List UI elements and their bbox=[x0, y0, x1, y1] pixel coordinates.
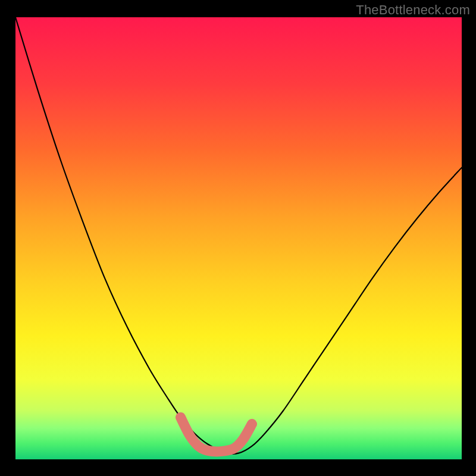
chart-overlay bbox=[15, 17, 462, 459]
plot-area bbox=[15, 17, 462, 459]
bottleneck-curve bbox=[15, 17, 462, 454]
watermark-text: TheBottleneck.com bbox=[356, 2, 470, 18]
highlight-segment bbox=[181, 417, 252, 451]
chart-frame: TheBottleneck.com bbox=[0, 0, 476, 476]
